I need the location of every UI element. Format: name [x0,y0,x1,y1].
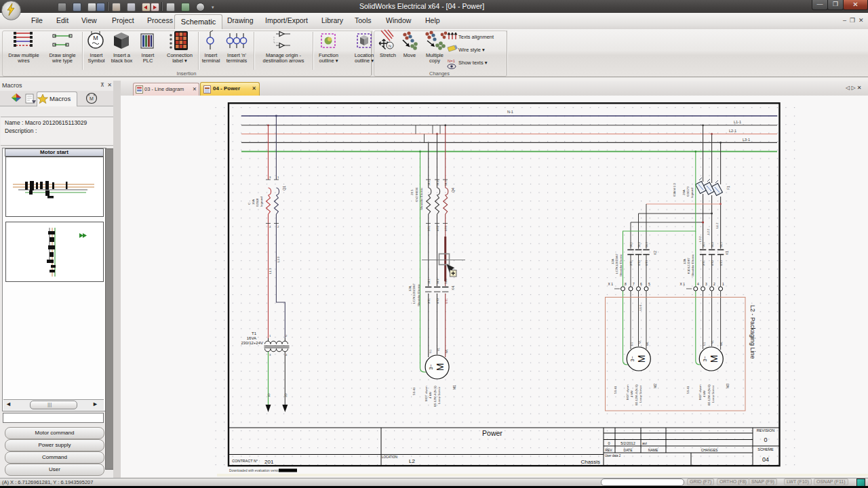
svg-text:B5 12M-4 (N-S): B5 12M-4 (N-S) [707,384,711,405]
svg-text:L3 2: L3 2 [698,236,702,242]
svg-text:REVISION: REVISION [757,428,774,432]
svg-text:T1: T1 [252,331,257,336]
svg-text:6/T3: 6/T3 [444,225,448,231]
svg-text:6/T1: 6/T1 [445,298,448,304]
svg-text:1/L1: 1/L1 [427,278,431,284]
svg-text:GSG73: GSG73 [686,186,690,197]
svg-text:5/2/2012: 5/2/2012 [620,441,635,445]
svg-text:N: N [389,44,391,48]
svg-text:B5 12M-4 (N-S): B5 12M-4 (N-S) [635,384,638,405]
svg-text:16A: 16A [252,199,255,205]
svg-text:M: M [93,35,98,41]
svg-text:U1: U1 [630,342,633,346]
svg-text:5S 41: 5S 41 [686,386,690,394]
svg-text:04: 04 [762,456,769,463]
svg-text:7: 7 [633,282,635,286]
svg-text:5/L3: 5/L3 [645,241,648,247]
svg-text:L3 3: L3 3 [277,256,280,262]
svg-text:U1: U1 [703,342,706,346]
svg-text:LC7K12015W7: LC7K12015W7 [412,283,416,304]
svg-text:201: 201 [264,459,274,465]
svg-text:M: M [636,355,647,363]
svg-text:Leroy Somer: Leroy Somer [639,385,642,403]
svg-text:0: 0 [764,436,767,443]
svg-text:3/L2: 3/L2 [637,241,641,247]
svg-text:W1: W1 [646,341,649,346]
svg-text:GV2 ME06: GV2 ME06 [415,187,418,202]
svg-text:3~: 3~ [703,357,707,362]
svg-text:2/T1: 2/T1 [629,260,633,266]
svg-text:4/T2: 4/T2 [637,260,641,266]
svg-text:16VA: 16VA [247,336,256,340]
svg-text:M3: M3 [726,384,730,388]
svg-text:4 kW: 4 kW [703,390,706,397]
svg-text:230/12+24V: 230/12+24V [241,341,263,345]
svg-text:3/L2: 3/L2 [436,180,439,186]
svg-text:CONTRACT N° :: CONTRACT N° : [232,459,260,463]
svg-text:1/L1: 1/L1 [427,180,431,186]
svg-text:6/T3: 6/T3 [719,260,723,266]
svg-text:4/T2: 4/T2 [436,225,439,231]
svg-text:2/T1: 2/T1 [427,298,431,304]
svg-text:LC7K12015W7: LC7K12015W7 [615,253,618,274]
svg-text:3: 3 [705,282,707,286]
svg-text:K4: K4 [451,286,455,290]
svg-text:L2-1: L2-1 [729,129,736,133]
svg-text:2/T1: 2/T1 [427,225,431,231]
svg-text:21.5: 21.5 [410,189,414,195]
svg-text:5S 41: 5S 41 [614,386,617,394]
svg-text:1/L1: 1/L1 [629,241,633,247]
svg-text:3~: 3~ [630,357,635,362]
svg-text:V1: V1 [437,347,440,351]
svg-text:Chassis: Chassis [581,459,600,465]
svg-text:5/L3: 5/L3 [444,278,448,284]
svg-text:K2: K2 [653,251,657,255]
svg-text:5S 41: 5S 41 [412,387,416,395]
svg-text:X 1: X 1 [679,282,685,286]
svg-text:4: 4 [697,282,699,286]
svg-text:NAME: NAME [648,448,658,452]
svg-text:2D: 2D [284,393,288,397]
svg-text:63A Id 1 3: 63A Id 1 3 [673,183,676,197]
svg-text:M: M [435,363,446,371]
svg-text:Q4: Q4 [451,188,455,192]
svg-text:5/L3: 5/L3 [444,180,448,186]
svg-text:User data 2: User data 2 [605,454,621,458]
svg-text:M2: M2 [653,384,657,388]
svg-text:Macros: Macros [50,95,71,102]
svg-text:0: 0 [608,441,610,445]
svg-text:12A: 12A [683,259,686,264]
svg-text:L1 3: L1 3 [269,268,272,274]
svg-text:MOT elyem: MOT elyem [425,386,428,401]
svg-text:4/T2: 4/T2 [436,298,439,304]
svg-text:C: C [248,203,251,205]
svg-text:3/L2: 3/L2 [436,278,439,284]
svg-text:20A: 20A [682,190,686,195]
svg-text:legrand: legrand [260,197,263,207]
svg-text:Shneider Electric: Shneider Electric [417,283,420,306]
svg-text:1D: 1D [267,393,271,397]
svg-text:L2 - Packaging Line: L2 - Packaging Line [749,305,756,359]
svg-text:SCHEME: SCHEME [757,447,774,451]
svg-text:6: 6 [640,282,642,286]
svg-text:Shneider Electric: Shneider Electric [619,253,623,277]
svg-text:V1: V1 [711,340,714,344]
svg-text:3~: 3~ [429,365,433,370]
svg-text:4/T2: 4/T2 [711,260,714,266]
svg-text:B5 12M-4 (N-S): B5 12M-4 (N-S) [433,386,437,407]
svg-text:MOT elyem: MOT elyem [626,384,629,400]
svg-text:02068: 02068 [256,198,259,207]
svg-text:2: 2 [713,282,715,286]
svg-text:Shneider Electric: Shneider Electric [420,187,423,210]
svg-text:Q1: Q1 [282,186,286,190]
svg-text:Leroy Somer: Leroy Somer [711,385,715,403]
svg-text:12A: 12A [611,259,614,264]
svg-text:X 1: X 1 [608,282,613,286]
svg-text:M: M [709,355,719,363]
svg-text:K1: K1 [725,251,729,255]
svg-text:5: 5 [648,282,650,286]
svg-text:Leroy Somer: Leroy Somer [437,386,441,404]
svg-text:L2 2: L2 2 [707,228,710,235]
svg-text:M1: M1 [452,385,456,390]
svg-text:K1D12JD87: K1D12JD87 [687,258,690,274]
